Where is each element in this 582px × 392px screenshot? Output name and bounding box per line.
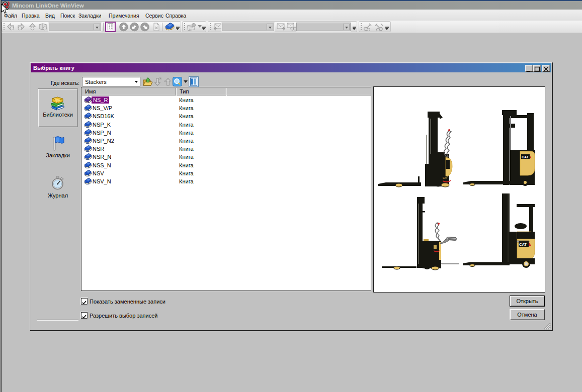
svg-text:CAT: CAT — [522, 155, 529, 159]
svg-text:CAT: CAT — [443, 176, 448, 179]
svg-text:CAT: CAT — [519, 242, 527, 247]
